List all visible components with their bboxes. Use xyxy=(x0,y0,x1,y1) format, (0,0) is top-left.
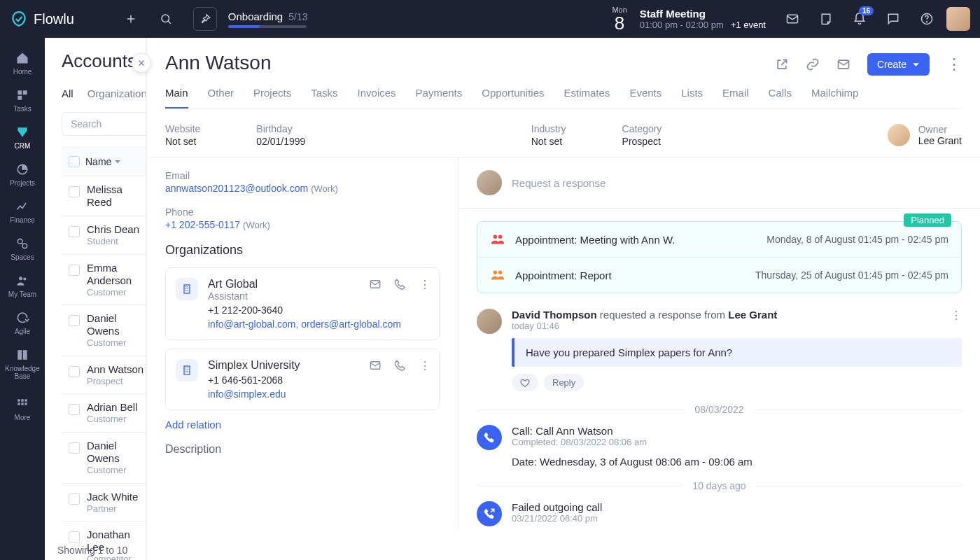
nav-crm[interactable]: CRM xyxy=(0,119,45,156)
checkbox[interactable] xyxy=(69,404,80,415)
accounts-head-label[interactable]: Name xyxy=(85,156,111,167)
reply-button[interactable]: Reply xyxy=(544,374,584,391)
checkbox[interactable] xyxy=(69,186,80,197)
bell-icon[interactable]: 16 xyxy=(853,12,867,26)
svg-rect-16 xyxy=(21,402,23,405)
nav-spaces[interactable]: Spaces xyxy=(0,230,45,267)
help-icon[interactable] xyxy=(920,12,934,26)
nav-label: Home xyxy=(13,68,32,76)
more-menu-icon[interactable]: ⋮ xyxy=(946,55,962,74)
chat-icon[interactable] xyxy=(886,12,900,26)
tab-projects[interactable]: Projects xyxy=(253,87,291,108)
planned-row[interactable]: Appointment: Meeting with Ann W.Monday, … xyxy=(477,222,961,258)
tab-mailchimp[interactable]: Mailchimp xyxy=(811,87,859,108)
tab-payments[interactable]: Payments xyxy=(416,87,463,108)
tab-main[interactable]: Main xyxy=(165,87,188,108)
phone-value[interactable]: +1 202-555-0117 xyxy=(165,219,240,230)
nav-agile[interactable]: Agile xyxy=(0,304,45,342)
svg-point-25 xyxy=(493,271,498,275)
tab-invoices[interactable]: Invoices xyxy=(358,87,396,108)
tab-lists[interactable]: Lists xyxy=(681,87,703,108)
date-block[interactable]: Mon 8 xyxy=(612,6,626,32)
tab-email[interactable]: Email xyxy=(722,87,749,108)
nav-myteam[interactable]: My Team xyxy=(0,267,45,304)
nav-label: Projects xyxy=(10,179,35,187)
create-label: Create xyxy=(877,59,906,70)
nav-projects[interactable]: Projects xyxy=(0,156,45,193)
mail-icon[interactable] xyxy=(369,278,382,291)
feed-more-icon[interactable]: ⋮ xyxy=(951,309,962,322)
nav-more[interactable]: More xyxy=(0,391,45,428)
open-external-icon[interactable] xyxy=(775,57,789,71)
tab-other[interactable]: Other xyxy=(208,87,234,108)
onboarding-widget[interactable]: Onboarding5/13 xyxy=(228,10,308,28)
account-row[interactable]: Daniel OwensCustomer xyxy=(62,305,146,356)
checkbox[interactable] xyxy=(69,493,80,505)
accounts-search[interactable]: Search xyxy=(62,112,146,136)
people-icon xyxy=(490,233,505,246)
tab-estimates[interactable]: Estimates xyxy=(564,87,610,108)
nav-label: Finance xyxy=(10,216,35,224)
account-row[interactable]: Emma AndersonCustomer xyxy=(62,255,146,306)
more-icon[interactable]: ⋮ xyxy=(419,359,430,372)
accounts-tab-all[interactable]: All xyxy=(62,88,74,99)
planned-block: Planned Appointment: Meeting with Ann W.… xyxy=(477,221,962,293)
user-avatar[interactable] xyxy=(477,309,502,334)
nav-finance[interactable]: Finance xyxy=(0,193,45,230)
account-row[interactable]: Adrian BellCustomer xyxy=(62,394,146,433)
tab-opportunities[interactable]: Opportunities xyxy=(482,87,544,108)
checkbox[interactable] xyxy=(69,442,80,454)
phone-icon[interactable] xyxy=(394,359,407,372)
email-value[interactable]: annwatson201123@outlook.com xyxy=(165,183,308,194)
checkbox[interactable] xyxy=(69,366,80,377)
planned-row[interactable]: Appointment: ReportThursday, 25 of Augus… xyxy=(477,258,961,293)
logo[interactable]: Flowlu xyxy=(10,10,74,28)
phone-label: Phone xyxy=(165,206,440,218)
account-row[interactable]: Jack WhitePartner xyxy=(62,484,146,522)
website-value[interactable]: Not set xyxy=(165,136,200,147)
user-avatar[interactable] xyxy=(946,7,970,31)
owner-value[interactable]: Lee Grant xyxy=(918,135,962,146)
email-icon[interactable] xyxy=(836,57,850,71)
checkbox[interactable] xyxy=(69,315,80,326)
create-button[interactable]: Create xyxy=(867,53,930,76)
account-row[interactable]: Chris DeanStudent xyxy=(62,216,146,255)
more-icon[interactable]: ⋮ xyxy=(419,278,430,291)
checkbox[interactable] xyxy=(69,226,80,237)
checkbox[interactable] xyxy=(69,265,80,276)
checkbox-all[interactable] xyxy=(69,156,80,167)
phone-icon[interactable] xyxy=(394,278,407,291)
add-relation-link[interactable]: Add relation xyxy=(165,419,440,430)
add-icon[interactable] xyxy=(123,11,139,27)
account-row[interactable]: Ann WatsonProspect xyxy=(62,356,146,395)
account-row[interactable]: Melissa Reed xyxy=(62,176,146,216)
like-button[interactable] xyxy=(512,374,538,391)
event-block[interactable]: Staff Meeting 01:00 pm - 02:00 pm+1 even… xyxy=(640,8,766,30)
tab-tasks[interactable]: Tasks xyxy=(311,87,337,108)
org-card[interactable]: Simplex University+1 646-561-2068info@si… xyxy=(165,349,440,410)
accounts-tab-org[interactable]: Organizations xyxy=(88,88,146,99)
search-icon[interactable] xyxy=(158,11,174,27)
request-row[interactable]: Request a response xyxy=(458,170,980,209)
tab-calls[interactable]: Calls xyxy=(769,87,792,108)
feed-failed-call[interactable]: Failed outgoing call03/21/2022 06:40 pm xyxy=(477,501,962,526)
birthday-value[interactable]: 02/01/1999 xyxy=(256,136,305,147)
link-icon[interactable] xyxy=(806,57,820,71)
mail-icon[interactable] xyxy=(369,359,382,372)
account-row[interactable]: Daniel OwensCustomer xyxy=(62,433,146,484)
tab-events[interactable]: Events xyxy=(629,87,662,108)
category-value[interactable]: Prospect xyxy=(622,136,662,147)
pin-icon[interactable] xyxy=(193,7,217,31)
nav-tasks[interactable]: Tasks xyxy=(0,82,45,119)
industry-value[interactable]: Not set xyxy=(531,136,566,147)
note-icon[interactable] xyxy=(819,12,833,26)
close-panel-button[interactable] xyxy=(132,53,151,73)
nav-label: More xyxy=(15,414,31,421)
mail-icon[interactable] xyxy=(785,12,799,26)
nav-home[interactable]: Home xyxy=(0,45,45,82)
nav-kb[interactable]: Knowledge Base xyxy=(0,342,45,386)
logo-text: Flowlu xyxy=(34,11,74,27)
org-card[interactable]: Art GlobalAssistant+1 212-200-3640info@a… xyxy=(165,267,440,340)
feed-call[interactable]: Call: Call Ann WatsonCompleted: 08/03/20… xyxy=(477,425,962,450)
owner-avatar[interactable] xyxy=(888,124,910,146)
